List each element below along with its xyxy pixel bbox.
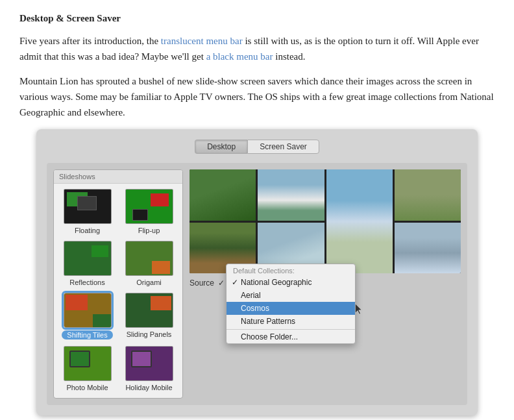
paragraph-1: Five years after its introduction, the t… (19, 33, 495, 64)
photo-cell-1 (190, 169, 256, 221)
link-black-menu-bar[interactable]: a black menu bar (206, 51, 273, 62)
p1-text-after: instead. (273, 51, 306, 62)
label-photo-mobile: Photo Mobile (66, 384, 108, 391)
photo-cell-3 (326, 169, 393, 273)
photo-cell-2 (258, 169, 324, 221)
svg-marker-0 (355, 304, 361, 314)
p1-text-before: Five years after its introduction, the (19, 36, 161, 46)
label-flipup: Flip-up (138, 227, 160, 234)
label-origami: Origami (136, 278, 162, 286)
label-floating: Floating (75, 227, 100, 234)
source-row: Source ✓ Default Collections: National G… (190, 278, 461, 288)
cursor-icon (354, 303, 361, 314)
thumb-sliding (125, 293, 173, 328)
thumb-origami (125, 241, 173, 276)
slideshow-item-reflections[interactable]: Reflections (56, 238, 118, 290)
slideshow-item-sliding-panels[interactable]: Sliding Panels (118, 290, 180, 343)
link-translucent-menu-bar[interactable]: translucent menu bar (161, 36, 243, 46)
paragraph-2: Mountain Lion has sprouted a bushel of n… (19, 73, 495, 120)
sidebar-header: Slideshows (54, 170, 182, 184)
source-label: Source (190, 278, 214, 288)
article-body: Five years after its introduction, the t… (19, 33, 495, 120)
preview-area: Source ✓ Default Collections: National G… (190, 169, 461, 399)
sidebar: Slideshows Floating Flip-up (53, 169, 183, 399)
label-reflections: Reflections (69, 278, 104, 286)
tab-screen-saver[interactable]: Screen Saver (247, 140, 319, 154)
thumb-photomobile (64, 346, 112, 381)
dropdown-section-label: Default Collections: (226, 264, 355, 276)
photo-cell-7 (395, 223, 461, 274)
thumb-holidaymobile (125, 346, 173, 381)
dropdown-menu[interactable]: Default Collections: National Geographic… (226, 264, 356, 344)
thumb-floating (64, 189, 112, 224)
thumb-flipup (125, 189, 173, 224)
label-sliding-panels: Sliding Panels (127, 330, 172, 338)
dropdown-item-nature-patterns[interactable]: Nature Patterns (226, 315, 355, 328)
thumb-shifting (64, 293, 112, 328)
label-shifting-tiles: Shifting Tiles (62, 330, 112, 340)
slideshow-item-shifting-tiles[interactable]: Shifting Tiles (56, 290, 118, 343)
article-container: Desktop & Screen Saver Five years after … (19, 13, 495, 415)
photo-grid (190, 169, 461, 273)
tab-desktop[interactable]: Desktop (195, 140, 247, 154)
pref-panel: Desktop Screen Saver Slideshows Floating (36, 129, 478, 415)
slideshow-item-photo-mobile[interactable]: Photo Mobile (56, 343, 118, 395)
slideshow-item-floating[interactable]: Floating (56, 186, 118, 238)
dropdown-item-choose-folder[interactable]: Choose Folder... (226, 329, 355, 343)
thumb-reflections (64, 241, 112, 276)
panel-content: Slideshows Floating Flip-up (47, 163, 467, 405)
tab-bar: Desktop Screen Saver (47, 140, 467, 154)
photo-cell-4 (395, 169, 461, 221)
label-holiday-mobile: Holiday Mobile (125, 384, 172, 391)
slideshow-item-origami[interactable]: Origami (118, 238, 180, 290)
source-checkmark: ✓ (218, 278, 225, 288)
slideshow-item-holiday-mobile[interactable]: Holiday Mobile (118, 343, 180, 395)
slideshow-grid: Floating Flip-up Reflectio (54, 184, 182, 398)
slideshow-item-flipup[interactable]: Flip-up (118, 186, 180, 238)
dropdown-item-national-geo[interactable]: National Geographic (226, 276, 355, 289)
dropdown-item-aerial[interactable]: Aerial (226, 289, 355, 302)
dropdown-item-cosmos[interactable]: Cosmos (226, 302, 355, 315)
article-title: Desktop & Screen Saver (19, 13, 495, 24)
